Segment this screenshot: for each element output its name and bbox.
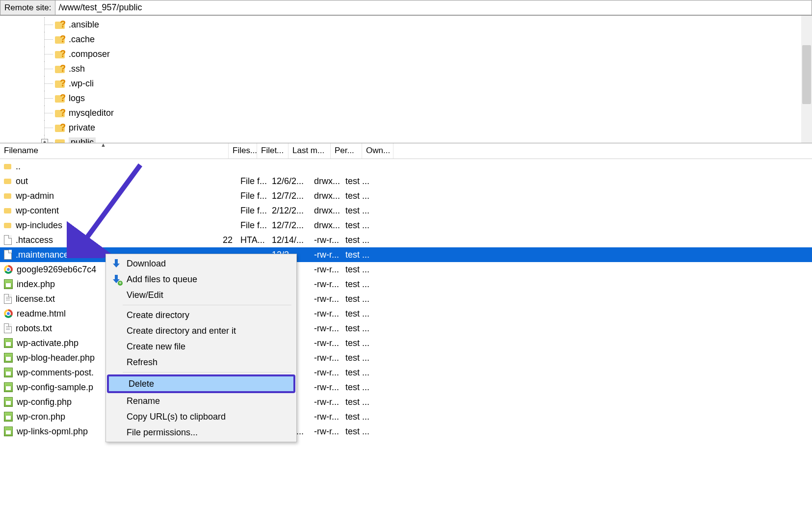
file-name-cell[interactable]: out [0,176,208,186]
file-name-label: robots.txt [16,323,52,334]
text-file-icon [4,294,12,304]
file-permissions-value: -rw-r... [310,397,341,407]
file-name-cell[interactable]: .htaccess [0,235,208,245]
remote-site-path-input[interactable]: /www/test_957/public [55,0,812,15]
file-name-label: wp-admin [16,191,54,201]
file-name-label: .htaccess [16,235,53,245]
menu-separator [123,305,291,305]
file-permissions-value: drwx... [310,220,341,231]
menu-item[interactable]: Download [107,256,295,271]
tree-item[interactable]: .ansible [55,17,812,32]
file-owner-value: test ... [341,235,373,245]
menu-item[interactable]: Refresh [107,354,295,370]
file-modified-value: 2/12/2... [268,206,310,216]
tree-line-icon [44,128,53,128]
menu-item[interactable]: Rename [107,393,295,409]
download-icon [111,259,122,268]
file-row[interactable]: outFile f...12/6/2...drwx...test ... [0,174,812,188]
file-name-label: wp-config-sample.p [17,382,93,393]
col-header-modified[interactable]: Last m... [288,143,331,159]
php-file-icon [4,368,13,377]
file-row[interactable]: wp-includesFile f...12/7/2...drwx...test… [0,218,812,233]
file-name-cell[interactable]: wp-includes [0,220,208,231]
menu-item[interactable]: Create directory [107,307,295,323]
col-header-owner[interactable]: Own... [362,143,393,159]
tree-item[interactable]: mysqleditor [55,106,812,120]
col-header-filetype[interactable]: Filet... [257,143,288,159]
folder-icon [4,207,12,214]
menu-item-label: Create new file [127,342,185,352]
tree-item-label: .ssh [69,64,85,74]
remote-site-header: Remote site: /www/test_957/public [0,0,812,16]
file-owner-value: test ... [341,265,373,275]
folder-unknown-icon [55,20,66,29]
menu-item[interactable]: Delete [107,374,295,393]
file-name-label: .maintenance [16,250,69,260]
tree-item[interactable]: logs [55,91,812,106]
menu-item[interactable]: Create new file [107,339,295,354]
file-row[interactable]: .. [0,159,812,174]
file-icon [4,250,12,260]
col-header-filesize[interactable]: Files... [229,143,257,159]
menu-item[interactable]: Copy URL(s) to clipboard [107,409,295,425]
tree-scrollbar[interactable] [801,16,812,143]
file-list-header[interactable]: ▲ Filename Files... Filet... Last m... P… [0,143,812,159]
tree-item[interactable]: private [55,120,812,135]
remote-tree[interactable]: .ansible.cache.composer.ssh.wp-clilogsmy… [0,16,812,143]
tree-item[interactable]: .cache [55,32,812,47]
menu-item[interactable]: +Add files to queue [107,271,295,287]
tree-line-icon [44,98,53,99]
file-icon [4,235,12,245]
file-name-label: wp-activate.php [17,338,79,348]
folder-unknown-icon [55,64,66,74]
tree-line-icon [44,25,53,25]
tree-item-label: .cache [69,34,95,45]
file-permissions-value: -rw-r... [310,323,341,334]
file-name-cell[interactable]: .. [0,161,208,172]
file-type-value: File f... [236,191,268,201]
file-row[interactable]: wp-adminFile f...12/7/2...drwx...test ..… [0,188,812,203]
col-header-permissions[interactable]: Per... [331,143,362,159]
remote-tree-panel: .ansible.cache.composer.ssh.wp-clilogsmy… [0,16,812,143]
menu-item[interactable]: View/Edit [107,287,295,303]
file-permissions-value: drwx... [310,176,341,186]
col-header-filename[interactable]: Filename [0,143,229,159]
file-row[interactable]: wp-contentFile f...2/12/2...drwx...test … [0,203,812,218]
folder-unknown-icon [55,49,66,59]
tree-item[interactable]: .wp-cli [55,76,812,91]
chrome-icon [4,265,13,274]
file-name-cell[interactable]: wp-content [0,206,208,216]
file-permissions-value: -rw-r... [310,294,341,304]
sort-caret-icon: ▲ [101,142,106,148]
file-owner-value: test ... [341,323,373,334]
file-permissions-value: -rw-r... [310,353,341,363]
tree-item-label: mysqleditor [69,108,114,118]
folder-icon [4,192,12,199]
menu-item[interactable]: File permissions... [107,425,295,440]
menu-item[interactable]: Create directory and enter it [107,323,295,339]
file-permissions-value: -rw-r... [310,382,341,393]
file-name-cell[interactable]: wp-admin [0,191,208,201]
tree-expander-icon[interactable]: + [41,139,48,143]
tree-scrollbar-thumb[interactable] [802,45,811,104]
menu-item-label: Rename [127,396,160,406]
file-name-label: wp-cron.php [17,412,65,422]
tree-item-label: .composer [69,49,110,59]
file-row[interactable]: .htaccess22HTA...12/14/...-rw-r...test .… [0,233,812,247]
file-permissions-value: -rw-r... [310,412,341,422]
menu-item-label: Create directory and enter it [127,326,236,336]
tree-line-icon [44,69,53,69]
tree-item[interactable]: .ssh [55,61,812,76]
folder-icon [4,222,12,229]
file-name-label: google9269eb6c7c4 [17,265,96,275]
tree-item[interactable]: +public [55,135,812,143]
file-name-label: wp-blog-header.php [17,353,95,363]
file-name-label: wp-comments-post. [17,368,94,378]
file-permissions-value: drwx... [310,191,341,201]
remote-site-label: Remote site: [0,0,55,15]
file-permissions-value: -rw-r... [310,250,341,260]
php-file-icon [4,353,13,363]
file-modified-value: 12/14/... [268,235,310,245]
tree-item[interactable]: .composer [55,47,812,61]
file-type-value: File f... [236,220,268,231]
